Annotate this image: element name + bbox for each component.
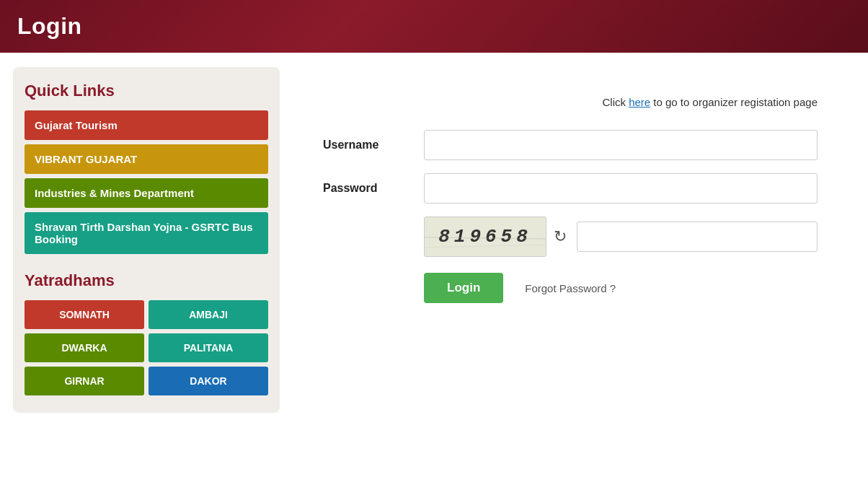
yatra-dakor[interactable]: DAKOR (149, 367, 268, 395)
login-button[interactable]: Login (424, 273, 503, 303)
page-header: Login (0, 0, 868, 53)
sidebar: Quick Links Gujarat Tourism VIBRANT GUJA… (13, 67, 280, 413)
action-row: Login Forgot Password ? (424, 273, 818, 303)
captcha-input[interactable] (577, 222, 818, 252)
main-content: Quick Links Gujarat Tourism VIBRANT GUJA… (0, 53, 868, 427)
forgot-password-link[interactable]: Forgot Password ? (525, 282, 616, 294)
quick-link-industries-mines[interactable]: Industries & Mines Department (25, 178, 268, 208)
page-title: Login (17, 13, 851, 40)
yatra-palitana[interactable]: PALITANA (149, 333, 268, 362)
organizer-link-text: Click (602, 96, 629, 108)
quick-links-list: Gujarat Tourism VIBRANT GUJARAT Industri… (25, 110, 268, 254)
quick-links-title: Quick Links (25, 82, 268, 100)
login-form: Username Password 819658 ↻ (323, 130, 818, 303)
yatra-dwarka[interactable]: DWARKA (25, 333, 144, 362)
yatra-ambaji[interactable]: AMBAJI (149, 300, 268, 329)
yatradhams-grid: SOMNATH AMBAJI DWARKA PALITANA GIRNAR DA… (25, 300, 268, 395)
organizer-link-suffix: to go to organizer registation page (650, 96, 818, 108)
yatra-girnar[interactable]: GIRNAR (25, 367, 144, 395)
username-input[interactable] (424, 130, 818, 160)
username-label: Username (323, 139, 424, 152)
login-area: Click here to go to organizer registatio… (280, 67, 861, 413)
password-label: Password (323, 182, 424, 195)
quick-link-vibrant-gujarat[interactable]: VIBRANT GUJARAT (25, 144, 268, 174)
quick-link-shravan-tirth[interactable]: Shravan Tirth Darshan Yojna - GSRTC Bus … (25, 212, 268, 254)
captcha-row: 819658 ↻ (323, 216, 818, 257)
username-row: Username (323, 130, 818, 160)
captcha-text: 819658 (438, 226, 532, 248)
password-row: Password (323, 173, 818, 204)
yatra-somnath[interactable]: SOMNATH (25, 300, 144, 329)
quick-link-gujarat-tourism[interactable]: Gujarat Tourism (25, 110, 268, 140)
organizer-link-row: Click here to go to organizer registatio… (323, 96, 818, 108)
captcha-refresh-icon[interactable]: ↻ (554, 227, 567, 246)
password-input[interactable] (424, 173, 818, 204)
organizer-link-here[interactable]: here (629, 96, 650, 108)
yatradhams-title: Yatradhams (25, 271, 268, 290)
captcha-image: 819658 (424, 216, 546, 257)
